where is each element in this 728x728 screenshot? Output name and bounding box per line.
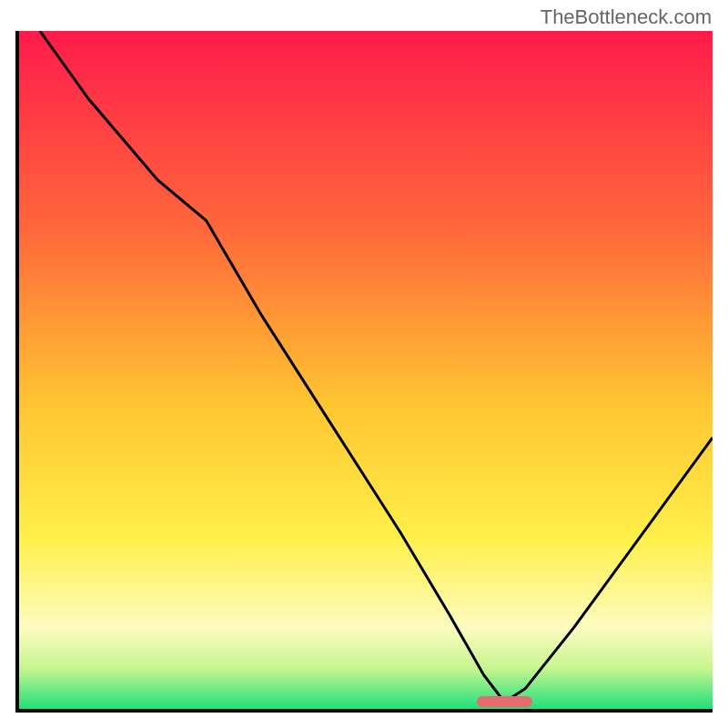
optimum-marker <box>477 696 532 707</box>
bottleneck-curve <box>19 31 713 709</box>
plot-inner <box>19 31 713 709</box>
watermark-text: TheBottleneck.com <box>541 5 712 29</box>
plot-area <box>15 31 713 713</box>
